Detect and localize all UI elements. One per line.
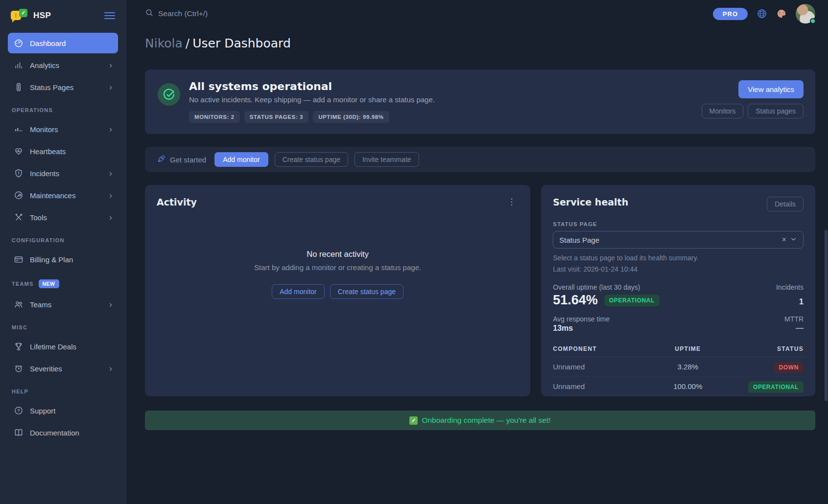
- content: Nikola/User Dashboard All systems operat…: [126, 27, 828, 430]
- page-title: User Dashboard: [192, 36, 291, 50]
- activity-card: Activity ⋮ No recent activity Start by a…: [145, 185, 530, 396]
- check-emoji-icon: ✓: [409, 416, 418, 425]
- components-table: COMPONENT UPTIME STATUS Unnamed 3.28% DO…: [553, 342, 804, 396]
- tools-icon: [14, 212, 24, 222]
- search-input[interactable]: Search (Ctrl+/): [145, 8, 208, 19]
- sidebar-item-label: Severities: [30, 365, 62, 373]
- sidebar-item-lifetime-deals[interactable]: Lifetime Deals: [8, 336, 118, 357]
- sidebar-item-status-pages[interactable]: Status Pages ›: [8, 77, 118, 97]
- status-pages-count-chip: STATUS PAGES: 3: [244, 111, 308, 123]
- breadcrumb: Nikola/User Dashboard: [145, 35, 815, 52]
- get-started-bar: Get started Add monitor Create status pa…: [145, 147, 815, 172]
- sidebar-item-documentation[interactable]: Documentation: [8, 422, 118, 443]
- sidebar-item-incidents[interactable]: Incidents ›: [8, 163, 118, 183]
- sidebar-item-label: Tools: [30, 213, 47, 222]
- chevron-right-icon: ›: [109, 61, 112, 69]
- status-page-field-label: STATUS PAGE: [553, 221, 804, 227]
- details-button[interactable]: Details: [767, 197, 804, 211]
- chevron-right-icon: ›: [109, 213, 112, 222]
- search-icon: [145, 8, 154, 19]
- scrollbar-thumb[interactable]: [825, 230, 828, 401]
- get-started-label: Get started: [157, 155, 206, 165]
- add-monitor-button[interactable]: Add monitor: [214, 152, 268, 167]
- sidebar-item-maintenances[interactable]: Maintenances ›: [8, 185, 118, 206]
- alarm-clock-icon: [14, 364, 24, 373]
- mttr-value: —: [796, 324, 804, 333]
- sidebar-item-label: Status Pages: [30, 83, 73, 92]
- online-status-dot: [810, 18, 816, 24]
- avg-response-label: Avg response time: [553, 315, 610, 323]
- breadcrumb-parent[interactable]: Nikola: [145, 36, 183, 50]
- globe-icon[interactable]: [757, 8, 767, 19]
- sidebar-item-label: Analytics: [30, 61, 59, 69]
- sidebar-item-tools[interactable]: Tools ›: [8, 207, 118, 228]
- sidebar-item-teams[interactable]: Teams ›: [8, 294, 118, 315]
- clear-selection-icon[interactable]: ×: [779, 235, 790, 244]
- create-status-page-button[interactable]: Create status page: [275, 152, 348, 167]
- sidebar-item-dashboard[interactable]: Dashboard: [8, 33, 118, 53]
- empty-title: No recent activity: [157, 250, 519, 259]
- wrench-circle-icon: [14, 190, 24, 200]
- bar-chart-icon: [14, 60, 24, 70]
- sidebar-item-heartbeats[interactable]: Heartbeats: [8, 141, 118, 161]
- hero-subtitle: No active incidents. Keep shipping — add…: [189, 95, 702, 104]
- sidebar: !✓ HSP Dashboard Analytics › Status Page…: [0, 0, 126, 504]
- monitor-bars-icon: [14, 124, 24, 134]
- hamburger-menu-icon[interactable]: [104, 12, 115, 19]
- hero-actions: View analytics Monitors Status pages: [702, 80, 804, 118]
- last-visit-text: Last visit: 2026-01-24 10:44: [553, 265, 804, 273]
- sidebar-item-billing-plan[interactable]: Billing & Plan: [8, 249, 118, 270]
- sidebar-item-analytics[interactable]: Analytics ›: [8, 55, 118, 75]
- mttr-label: MTTR: [784, 315, 804, 323]
- sidebar-item-support[interactable]: ? Support: [8, 400, 118, 421]
- status-pages-button[interactable]: Status pages: [748, 104, 804, 118]
- down-status-badge: DOWN: [774, 362, 804, 373]
- topbar: Search (Ctrl+/) PRO: [126, 0, 828, 27]
- monitors-button[interactable]: Monitors: [702, 104, 744, 118]
- status-page-select[interactable]: Status Page ×: [553, 231, 804, 249]
- rocket-icon: [157, 155, 166, 165]
- chevron-down-icon[interactable]: [790, 235, 797, 245]
- table-row: Unnamed 100.00% OPERATIONAL: [553, 377, 804, 396]
- gauge-icon: [14, 38, 24, 48]
- chevron-right-icon: ›: [109, 83, 112, 92]
- operational-status-badge: OPERATIONAL: [604, 295, 660, 306]
- uptime-value: 51.64%: [553, 293, 598, 308]
- traffic-light-icon: [14, 82, 24, 92]
- theme-palette-icon[interactable]: [776, 8, 787, 19]
- incidents-value: 1: [799, 298, 804, 306]
- trophy-icon: [14, 342, 24, 351]
- sidebar-item-label: Maintenances: [30, 191, 75, 200]
- invite-teammate-button[interactable]: Invite teammate: [355, 152, 419, 167]
- users-icon: [14, 299, 24, 309]
- view-analytics-button[interactable]: View analytics: [738, 80, 804, 98]
- help-circle-icon: ?: [14, 406, 24, 415]
- breadcrumb-separator: /: [183, 36, 192, 50]
- chevron-right-icon: ›: [109, 191, 112, 200]
- monitors-count-chip: MONITORS: 2: [189, 111, 240, 123]
- book-icon: [14, 428, 24, 437]
- activity-title: Activity: [157, 197, 197, 207]
- operational-check-icon: [158, 83, 180, 106]
- user-avatar[interactable]: [796, 4, 815, 23]
- service-health-card: Service health Details STATUS PAGE Statu…: [541, 185, 815, 396]
- chevron-right-icon: ›: [109, 169, 112, 178]
- chevron-right-icon: ›: [109, 125, 112, 134]
- hero-title: All systems operational: [189, 80, 702, 92]
- sidebar-item-severities[interactable]: Severities ›: [8, 358, 118, 379]
- sidebar-item-label: Dashboard: [30, 39, 66, 47]
- kebab-menu-icon[interactable]: ⋮: [504, 197, 519, 207]
- empty-subtitle: Start by adding a monitor or creating a …: [157, 263, 519, 272]
- svg-text:?: ?: [17, 408, 20, 413]
- hero-badges: MONITORS: 2 STATUS PAGES: 3 UPTIME (30D)…: [189, 111, 702, 123]
- dashboard-grid: Activity ⋮ No recent activity Start by a…: [145, 185, 815, 396]
- empty-add-monitor-button[interactable]: Add monitor: [272, 284, 324, 299]
- avg-response-value: 13ms: [553, 324, 573, 333]
- component-name: Unnamed: [553, 382, 649, 390]
- sidebar-item-monitors[interactable]: Monitors ›: [8, 119, 118, 139]
- incidents-label: Incidents: [776, 283, 804, 291]
- page-scrollbar: [824, 0, 828, 504]
- empty-create-status-page-button[interactable]: Create status page: [330, 284, 403, 299]
- hsp-logo-icon: !✓: [11, 8, 27, 23]
- pro-badge[interactable]: PRO: [713, 8, 748, 20]
